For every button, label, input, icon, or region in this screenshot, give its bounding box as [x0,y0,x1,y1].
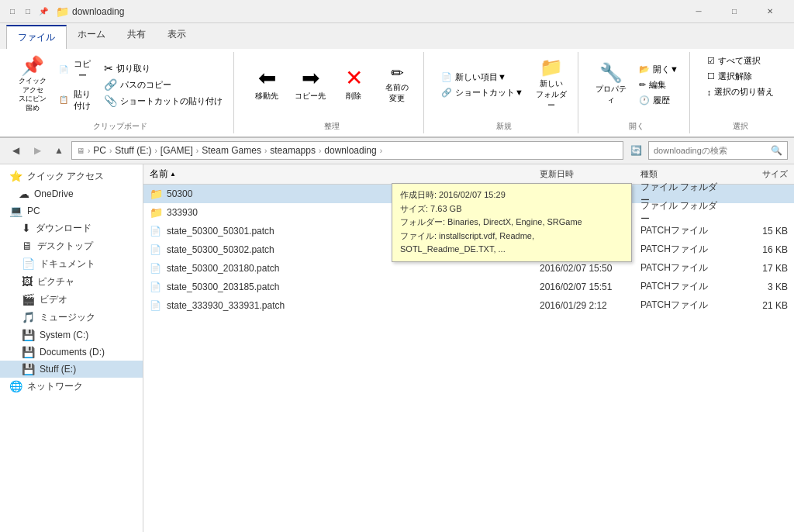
separator-6: › [380,147,382,155]
window-title: downloading [72,6,681,17]
newfolder-label: 新しいフォルダー [534,78,568,111]
paste-icon: 📋 [59,95,68,104]
sidebar-item-quickaccess[interactable]: ⭐ クイック アクセス [0,168,143,185]
rename-button[interactable]: ✏ 名前の変更 [377,60,417,109]
sidebar-item-documents[interactable]: 📄 ドキュメント [0,255,143,273]
ribbon-group-select: ☑ すべて選択 ☐ 選択解除 ↕ 選択の切り替え 選択 [696,52,785,133]
copypath-button[interactable]: 🔗 パスのコピー [99,77,227,92]
onedrive-icon: ☁ [19,188,29,200]
file-size-patch5: 21 KB [726,300,788,311]
tab-share[interactable]: 共有 [116,23,157,49]
separator-5: › [319,147,321,155]
documentsd-icon: 💾 [22,346,35,358]
sidebar-item-pc[interactable]: 💻 PC [0,202,143,219]
selectnone-button[interactable]: ☐ 選択解除 [703,69,779,84]
restore-icon: □ [22,5,34,18]
paste-label: 貼り付け [71,88,93,112]
sidebar-item-stuffe[interactable]: 💾 Stuff (E:) [0,361,143,378]
delete-label: 削除 [346,91,361,102]
edit-button[interactable]: ✏ 編集 [634,78,683,92]
col-size-header[interactable]: サイズ [726,168,788,180]
up-button[interactable]: ▲ [50,141,68,160]
refresh-button[interactable]: 🔄 [627,141,645,160]
col-name-header[interactable]: 名前 ▲ [150,168,540,181]
clipboard-col: 📄 コピー 📋 貼り付け [56,55,96,115]
delete-button[interactable]: ✕ 削除 [333,60,374,109]
ribbon: ファイル ホーム 共有 表示 📌 クイック アクセスにピン留め 📄 コピー 📋 [0,23,794,138]
folder-icon-50300: 📁 [150,188,164,200]
col-name-label: 名前 [150,168,168,181]
separator-0: › [88,147,90,155]
minimize-button[interactable]: ─ [681,0,716,23]
tab-view[interactable]: 表示 [157,23,197,49]
newitem-button[interactable]: 📄 新しい項目▼ [437,70,528,85]
tab-file[interactable]: ファイル [6,25,67,49]
file-type-patch3: PATCHファイル [640,261,726,275]
file-row-patch4[interactable]: 📄 state_50300_203185.patch 2016/02/07 15… [143,278,794,296]
file-name-patch5: state_333930_333931.patch [167,300,540,311]
tooltip-line-2: サイズ: 7.63 GB [400,202,623,216]
sidebar-item-systemc[interactable]: 💾 System (C:) [0,326,143,344]
sidebar-item-network[interactable]: 🌐 ネットワーク [0,378,143,396]
maximize-button[interactable]: □ [716,0,752,23]
title-folder-icon: 📁 [56,5,69,18]
systemc-icon: 💾 [22,329,35,341]
music-icon: 🎵 [22,311,35,323]
history-button[interactable]: 🕐 履歴 [634,93,683,108]
search-input[interactable] [654,146,768,155]
close-button[interactable]: ✕ [752,0,788,23]
sort-arrow: ▲ [170,171,176,178]
onedrive-label: OneDrive [34,188,74,199]
path-pc[interactable]: PC [93,145,106,156]
search-box[interactable]: 🔍 [648,141,788,160]
forward-button[interactable]: ▶ [28,141,47,160]
pin-button[interactable]: 📌 クイック アクセスにピン留め [12,54,53,116]
download-icon: ⬇ [22,222,31,234]
copy-button[interactable]: 📄 コピー [56,55,96,85]
open-button[interactable]: 📂 開く▼ [634,62,683,77]
path-steamgames[interactable]: Steam Games [202,145,261,156]
col-date-header[interactable]: 更新日時 [540,168,640,180]
file-date-patch4: 2016/02/07 15:51 [540,282,640,292]
path-downloading[interactable]: downloading [324,145,376,156]
sidebar-item-music[interactable]: 🎵 ミュージック [0,309,143,326]
shortcut-button[interactable]: 🔗 ショートカット▼ [437,85,528,100]
col-type-header[interactable]: 種類 [640,168,726,180]
back-button[interactable]: ◀ [6,141,25,160]
path-stuff[interactable]: Stuff (E:) [115,145,151,156]
paste-button[interactable]: 📋 貼り付け [56,85,96,115]
sidebar-item-videos[interactable]: 🎬 ビデオ [0,291,143,309]
sidebar-item-desktop[interactable]: 🖥 デスクトップ [0,237,143,255]
sidebar-item-downloads[interactable]: ⬇ ダウンロード [0,219,143,237]
tooltip-line-1: 作成日時: 2016/02/07 15:29 [400,188,623,202]
newfolder-icon: 📁 [540,58,563,77]
documents-label: ドキュメント [40,257,95,271]
file-name-patch3: state_50300_203180.patch [167,263,540,274]
address-path[interactable]: 🖥 › PC › Stuff (E:) › [GAME] › Steam Gam… [71,141,623,160]
open-col: 📂 開く▼ ✏ 編集 🕐 履歴 [634,62,683,108]
organize-buttons: ⬅ 移動先 ➡ コピー先 ✕ 削除 ✏ 名前の変更 [247,54,417,116]
pasteshortcut-button[interactable]: 📎 ショートカットの貼り付け [99,93,227,109]
copyto-button[interactable]: ➡ コピー先 [290,60,330,109]
move-button[interactable]: ⬅ 移動先 [247,60,287,109]
new-buttons: 📄 新しい項目▼ 🔗 ショートカット▼ 📁 新しいフォルダー [437,54,571,116]
path-game[interactable]: [GAME] [161,145,193,156]
sidebar-item-pictures[interactable]: 🖼 ピクチャ [0,273,143,291]
properties-button[interactable]: 🔧 プロパティ [591,60,631,109]
sidebar-item-onedrive[interactable]: ☁ OneDrive [0,185,143,202]
sidebar: ⭐ クイック アクセス ☁ OneDrive 💻 PC ⬇ ダウンロード 🖥 デ… [0,164,143,532]
search-icon: 🔍 [771,145,782,156]
pictures-icon: 🖼 [22,275,33,288]
file-row-patch5[interactable]: 📄 state_333930_333931.patch 2016/01/29 2… [143,296,794,315]
open-label: 開く [629,118,644,132]
newfolder-button[interactable]: 📁 新しいフォルダー [531,55,571,114]
tooltip-line-4: ファイル: installscript.vdf, Readme, SOTL_Re… [400,230,623,257]
path-steamapps[interactable]: steamapps [270,145,316,156]
cut-button[interactable]: ✂ 切り取り [99,60,227,76]
tab-home[interactable]: ホーム [67,23,116,49]
selectall-button[interactable]: ☑ すべて選択 [703,54,779,68]
file-type-patch4: PATCHファイル [640,280,726,293]
sidebar-item-documentsd[interactable]: 💾 Documents (D:) [0,344,143,361]
invertselect-button[interactable]: ↕ 選択の切り替え [703,85,779,99]
patch-icon-3: 📄 [150,263,164,274]
